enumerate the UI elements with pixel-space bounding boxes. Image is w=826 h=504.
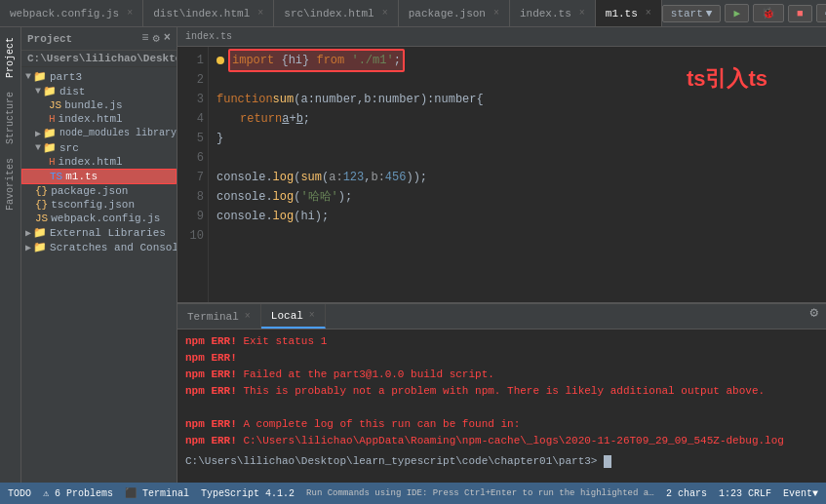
import-semi: ; [394, 54, 401, 67]
tab-index-ts-close[interactable]: × [579, 8, 585, 19]
terminal-prompt-text: C:\Users\lilichao\Desktop\learn_typescri… [185, 455, 597, 467]
run-button[interactable]: ▶ [725, 4, 749, 22]
breadcrumb: index.ts [177, 27, 826, 47]
hint-dot-1 [216, 57, 224, 64]
tree-item-bundle[interactable]: JS bundle.js [21, 98, 177, 112]
editor-tabs: webpack.config.js × dist\index.html × sr… [0, 0, 826, 27]
code-line-7: console.log(sum(a:123, b: 456)); [216, 168, 818, 187]
tab-webpack-label: webpack.config.js [10, 8, 119, 19]
side-tool-tabs: Project Structure Favorites [0, 27, 21, 483]
sidebar-settings-icon[interactable]: ⚙ [153, 31, 160, 46]
tab-m1-ts-close[interactable]: × [646, 8, 651, 19]
tree-arrow-src: ▼ [35, 142, 41, 153]
tab-webpack-close[interactable]: × [127, 8, 133, 19]
folder-icon-node-modules: 📁 [43, 127, 57, 139]
kw-return: return [240, 109, 282, 129]
param-a: a [300, 90, 307, 109]
tab-webpack[interactable]: webpack.config.js × [0, 0, 143, 26]
kw-import: import [232, 54, 281, 67]
fn-log2: log [273, 187, 295, 207]
tab-package[interactable]: package.json × [399, 0, 510, 26]
ret-b: b [296, 109, 303, 129]
breadcrumb-path: index.ts [185, 31, 232, 42]
tree-item-external-libs[interactable]: ▶ 📁 External Libraries [21, 225, 177, 240]
tree-item-node-modules[interactable]: ▶ 📁 node_modules library root [21, 126, 177, 140]
vtab-favorites[interactable]: Favorites [2, 152, 19, 216]
ret-type: number [434, 90, 476, 109]
code-editor[interactable]: ts引入ts 1 2 3 4 5 6 7 8 9 10 [177, 47, 826, 302]
terminal-content: npm ERR! Exit status 1 npm ERR! npm ERR!… [177, 330, 826, 483]
tree-arrow-scratches: ▶ [25, 242, 31, 253]
status-terminal[interactable]: ⬛ Terminal [125, 487, 189, 499]
tree-item-index-html-dist[interactable]: H index.html [21, 112, 177, 126]
vtab-project[interactable]: Project [2, 31, 19, 84]
tab-index-ts-label: index.ts [520, 8, 571, 19]
code-line-1: import {hi} from './m1'; [216, 51, 818, 70]
tree-item-part3[interactable]: ▼ 📁 part3 [21, 69, 177, 84]
sidebar-toolbar: ≡ ⚙ × [141, 31, 171, 46]
fn-sum2: sum [300, 168, 322, 187]
ret-a: a [282, 109, 289, 129]
tab-m1-ts[interactable]: m1.ts × [596, 0, 662, 26]
folder-icon-dist: 📁 [43, 85, 57, 97]
code-line-10 [216, 226, 818, 246]
stop-button[interactable]: ■ [788, 5, 812, 22]
run-config-label: start [671, 8, 703, 19]
btab-local-close[interactable]: × [309, 310, 315, 321]
html-icon-index-dist: H [49, 113, 56, 125]
status-todo[interactable]: TODO [8, 488, 31, 499]
tab-dist-index[interactable]: dist\index.html × [143, 0, 274, 26]
sidebar-close-icon[interactable]: × [164, 31, 171, 46]
status-problems[interactable]: ⚠ 6 Problems [43, 487, 113, 499]
tree-item-scratches[interactable]: ▶ 📁 Scratches and Consoles [21, 240, 177, 254]
code-content[interactable]: import {hi} from './m1'; function sum(a:… [209, 47, 826, 302]
terminal-line-2: npm ERR! [185, 350, 818, 367]
status-typescript[interactable]: TypeScript 4.1.2 [201, 488, 295, 499]
err-exit: npm ERR! [185, 335, 237, 347]
btab-local[interactable]: Local × [261, 304, 326, 329]
run-config-selector[interactable]: start ▼ [662, 5, 722, 22]
tree-item-m1-ts[interactable]: TS m1.ts [21, 169, 177, 184]
sidebar-title: Project [27, 33, 72, 45]
js-icon-bundle: JS [49, 99, 61, 111]
terminal-prompt[interactable]: C:\Users\lilichao\Desktop\learn_typescri… [185, 453, 818, 470]
tree-item-src[interactable]: ▼ 📁 src [21, 140, 177, 155]
terminal-gear-icon[interactable]: ⚙ [803, 304, 826, 329]
terminal-line-1: npm ERR! Exit status 1 [185, 333, 818, 350]
sidebar-collapse-icon[interactable]: ≡ [141, 31, 148, 46]
terminal-line-6: npm ERR! A complete log of this run can … [185, 416, 818, 433]
debug-button[interactable]: 🐞 [753, 4, 784, 22]
tree-item-webpack-config[interactable]: JS webpack.config.js [21, 212, 177, 225]
tab-m1-ts-label: m1.ts [606, 8, 638, 19]
code-line-8: console.log('哈哈'); [216, 187, 818, 207]
btab-terminal[interactable]: Terminal × [177, 304, 261, 329]
tree-item-tsconfig-json[interactable]: {} tsconfig.json [21, 198, 177, 212]
code-line-3: function sum(a: number, b: number):numbe… [216, 90, 818, 109]
status-event[interactable]: Event▼ [783, 488, 818, 499]
import-brace-open: { [281, 54, 288, 67]
status-position: 1:23 CRLF [719, 488, 771, 499]
btab-terminal-close[interactable]: × [245, 311, 251, 322]
import-path: './m1' [351, 54, 393, 67]
tab-src-index[interactable]: src\index.html × [274, 0, 398, 26]
import-statement: import {hi} from './m1'; [228, 49, 405, 72]
settings-button[interactable]: ⚙ [816, 4, 826, 22]
line-numbers: 1 2 3 4 5 6 7 8 9 10 [177, 47, 209, 302]
param-b: b [364, 90, 371, 109]
tab-index-ts[interactable]: index.ts × [510, 0, 596, 26]
type-number1: number [315, 90, 357, 109]
tab-package-close[interactable]: × [493, 8, 499, 19]
tree-label-package-json: package.json [51, 185, 128, 197]
tree-item-dist[interactable]: ▼ 📁 dist [21, 84, 177, 98]
tree-item-package-json[interactable]: {} package.json [21, 184, 177, 198]
status-run-msg: Run Commands using IDE: Press Ctrl+Enter… [306, 488, 654, 498]
tab-dist-index-close[interactable]: × [257, 8, 263, 19]
chevron-down-icon: ▼ [706, 8, 713, 19]
vtab-structure[interactable]: Structure [2, 86, 19, 150]
tree-label-external: External Libraries [50, 227, 166, 239]
tab-src-index-close[interactable]: × [382, 8, 388, 19]
main-window: webpack.config.js × dist\index.html × sr… [0, 0, 826, 504]
tree-item-index-html-src[interactable]: H index.html [21, 155, 177, 169]
project-path: C:\Users\lilichao\Desktop\learn_typescri… [21, 51, 177, 67]
code-line-9: console.log(hi); [216, 207, 818, 226]
